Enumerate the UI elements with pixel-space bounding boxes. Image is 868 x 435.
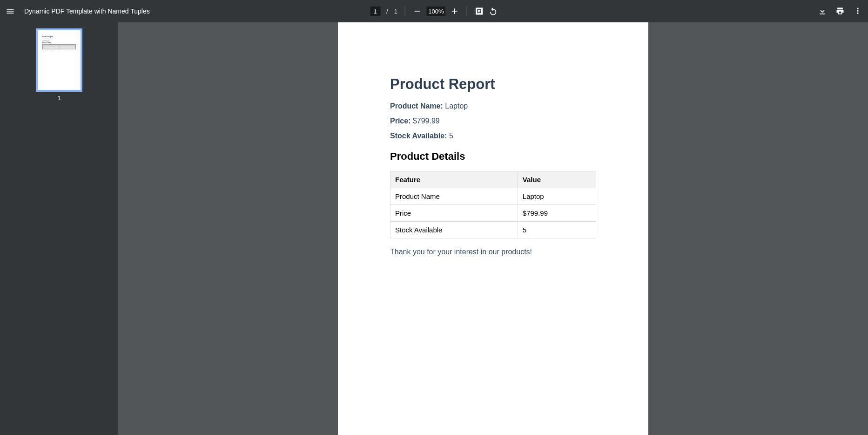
plus-icon xyxy=(450,7,459,16)
fit-page-button[interactable] xyxy=(475,7,484,16)
cell-feature: Product Name xyxy=(390,188,518,205)
hamburger-icon xyxy=(6,7,15,16)
download-button[interactable] xyxy=(818,7,827,16)
stock-value: 5 xyxy=(449,132,453,140)
table-row: Price $799.99 xyxy=(390,205,596,222)
cell-feature: Stock Available xyxy=(390,222,518,238)
page-number-input[interactable] xyxy=(370,7,380,16)
cell-value: 5 xyxy=(518,222,596,238)
print-icon xyxy=(835,7,845,16)
page-total: 1 xyxy=(394,8,397,15)
pdf-toolbar: Dynamic PDF Template with Named Tuples /… xyxy=(0,0,868,22)
main-area: Product Report Product Name: Laptop Pric… xyxy=(0,22,868,435)
product-name-line: Product Name: Laptop xyxy=(390,102,596,110)
minus-icon xyxy=(413,7,422,16)
thumbnail-sidebar: Product Report Product Name: Laptop Pric… xyxy=(0,22,118,435)
pdf-page: Product Report Product Name: Laptop Pric… xyxy=(338,22,648,435)
header-feature: Feature xyxy=(390,171,518,188)
cell-value: $799.99 xyxy=(518,205,596,222)
print-button[interactable] xyxy=(835,7,845,16)
more-vert-icon xyxy=(853,7,862,16)
table-row: Product Name Laptop xyxy=(390,188,596,205)
document-title: Dynamic PDF Template with Named Tuples xyxy=(24,7,150,15)
thumbnail-page-number: 1 xyxy=(57,95,61,102)
table-header-row: Feature Value xyxy=(390,171,596,188)
cell-value: Laptop xyxy=(518,188,596,205)
price-value: $799.99 xyxy=(413,117,440,125)
thumbnail-item[interactable]: Product Report Product Name: Laptop Pric… xyxy=(36,28,82,102)
toolbar-left: Dynamic PDF Template with Named Tuples xyxy=(6,7,150,16)
page-separator: / xyxy=(386,8,388,15)
stock-label: Stock Available: xyxy=(390,132,447,140)
price-line: Price: $799.99 xyxy=(390,117,596,125)
toolbar-divider xyxy=(405,7,405,16)
product-name-label: Product Name: xyxy=(390,102,443,110)
rotate-button[interactable] xyxy=(489,7,498,16)
product-details-table: Feature Value Product Name Laptop Price … xyxy=(390,171,596,238)
cell-feature: Price xyxy=(390,205,518,222)
zoom-out-button[interactable] xyxy=(413,7,422,16)
more-button[interactable] xyxy=(853,7,862,16)
page-thumbnail[interactable]: Product Report Product Name: Laptop Pric… xyxy=(36,28,82,92)
stock-line: Stock Available: 5 xyxy=(390,132,596,140)
table-row: Stock Available 5 xyxy=(390,222,596,238)
menu-button[interactable] xyxy=(6,7,15,16)
toolbar-center: / 1 xyxy=(370,7,498,16)
fit-page-icon xyxy=(475,7,484,16)
price-label: Price: xyxy=(390,117,410,125)
product-name-value: Laptop xyxy=(445,102,468,110)
footer-message: Thank you for your interest in our produ… xyxy=(390,248,596,256)
rotate-icon xyxy=(489,7,498,16)
page-viewport[interactable]: Product Report Product Name: Laptop Pric… xyxy=(118,22,868,435)
zoom-level-input[interactable] xyxy=(427,7,445,16)
toolbar-divider xyxy=(467,7,467,16)
zoom-in-button[interactable] xyxy=(450,7,459,16)
details-heading: Product Details xyxy=(390,150,596,163)
download-icon xyxy=(818,7,827,16)
toolbar-right xyxy=(818,7,862,16)
report-title: Product Report xyxy=(390,76,596,93)
header-value: Value xyxy=(518,171,596,188)
